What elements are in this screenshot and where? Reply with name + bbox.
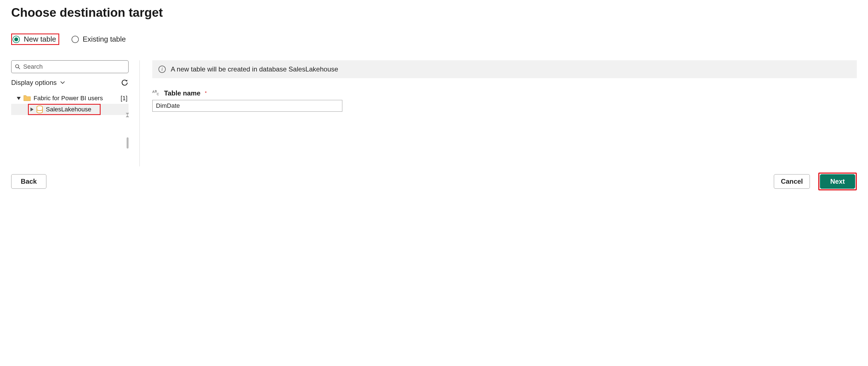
table-name-label: Table name — [164, 89, 200, 97]
table-mode-radio-group: New table Existing table — [11, 33, 857, 45]
table-name-input[interactable] — [152, 100, 342, 112]
left-panel: Display options Fabric for — [11, 60, 140, 166]
radio-unselected-icon — [71, 36, 79, 43]
required-indicator: * — [205, 91, 207, 96]
footer: Back Cancel Next — [11, 172, 857, 190]
display-options-dropdown[interactable]: Display options — [11, 79, 65, 87]
tree-item-lakehouse-row: SalesLakehouse — [11, 104, 129, 115]
database-icon — [36, 105, 43, 113]
navigation-tree: Fabric for Power BI users [1] SalesLakeh… — [11, 93, 129, 115]
scroll-down-icon — [126, 113, 129, 115]
refresh-button[interactable] — [121, 79, 129, 87]
lakehouse-label: SalesLakehouse — [46, 106, 91, 113]
scroll-thumb — [127, 137, 129, 148]
tree-item-workspace[interactable]: Fabric for Power BI users [1] — [11, 93, 129, 104]
svg-point-0 — [16, 65, 19, 68]
right-panel: i A new table will be created in databas… — [140, 60, 857, 166]
existing-table-radio[interactable]: Existing table — [70, 34, 129, 45]
next-highlight: Next — [818, 172, 857, 190]
display-options-label: Display options — [11, 79, 57, 87]
item-count: [1] — [121, 95, 129, 102]
svg-text:C: C — [157, 92, 159, 96]
cancel-button[interactable]: Cancel — [774, 174, 810, 189]
page-title: Choose destination target — [11, 6, 857, 20]
existing-table-label: Existing table — [83, 35, 126, 43]
table-name-field: A B C Table name * — [152, 89, 857, 112]
search-box[interactable] — [11, 60, 129, 73]
info-icon: i — [158, 66, 166, 73]
info-message: A new table will be created in database … — [171, 65, 338, 73]
search-icon — [15, 64, 21, 69]
caret-collapsed-icon — [30, 107, 34, 111]
main-columns: Display options Fabric for — [11, 60, 857, 166]
caret-expanded-icon — [17, 97, 21, 100]
svg-line-1 — [19, 68, 20, 69]
workspace-label: Fabric for Power BI users — [34, 95, 103, 102]
refresh-icon — [121, 79, 129, 87]
new-table-label: New table — [24, 35, 56, 43]
tree-item-lakehouse[interactable]: SalesLakehouse — [28, 104, 101, 115]
new-table-radio[interactable]: New table — [11, 33, 59, 45]
display-options-row: Display options — [11, 79, 129, 87]
next-button[interactable]: Next — [820, 174, 855, 189]
folder-icon — [24, 95, 31, 101]
svg-text:A: A — [152, 90, 155, 94]
scroll-up-icon — [126, 115, 129, 117]
search-input[interactable] — [23, 63, 125, 70]
text-type-icon: A B C — [152, 90, 161, 97]
radio-selected-icon — [12, 36, 20, 43]
back-button[interactable]: Back — [11, 174, 46, 189]
info-banner: i A new table will be created in databas… — [152, 60, 857, 78]
chevron-down-icon — [60, 81, 65, 84]
